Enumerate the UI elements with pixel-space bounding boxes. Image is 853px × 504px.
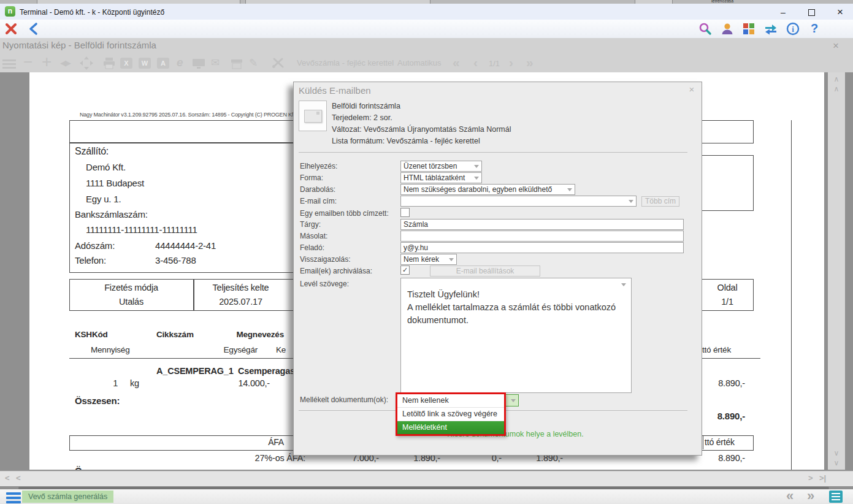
dialog-close-button[interactable]: × (686, 84, 697, 95)
last-page-button[interactable]: » (526, 55, 534, 70)
scroll-left-icon[interactable]: < (5, 473, 10, 483)
felado-input[interactable]: y@y.hu (400, 242, 684, 253)
statusbar-prev-icon[interactable]: « (786, 488, 794, 504)
chevron-down-icon (567, 188, 572, 191)
tobb-cim-button[interactable]: Több cím (641, 196, 679, 207)
item-unit-price: 14.000,- (215, 378, 270, 388)
maximize-button[interactable] (802, 7, 820, 18)
darabolas-select[interactable]: Nem szükséges darabolni, egyben elküldhe… (400, 184, 575, 195)
main-toolbar: i ? (0, 20, 853, 39)
item-name-clipped: Csemperagasz (238, 366, 299, 376)
fulfillment-label: Teljesítés kelte (193, 283, 288, 292)
close-window-button[interactable]: × (831, 7, 849, 18)
preview-window-header: Nyomtatási kép - Belföldi forintszámla × (0, 38, 853, 54)
attachment-combo-button[interactable] (505, 394, 519, 407)
minimize-button[interactable]: – (774, 7, 792, 18)
scroll-up-icon[interactable]: ∧ (832, 75, 841, 83)
prev-page-button[interactable]: ‹ (473, 55, 478, 70)
email-beallitasok-button[interactable]: E-mail beállítások (430, 265, 540, 277)
scroll-right-page-icon[interactable]: > (808, 473, 813, 483)
scroll-down-page-icon[interactable]: ∨ (832, 449, 841, 457)
settings-tools-icon[interactable] (271, 57, 286, 72)
darabolas-value: Nem szükséges darabolni, egyben elküldhe… (404, 185, 552, 194)
export-pdf-icon[interactable]: A (157, 58, 169, 69)
apps-grid-button[interactable] (741, 21, 757, 36)
help-button[interactable]: ? (806, 21, 822, 36)
fit-width-icon[interactable]: ◀▶ (60, 58, 70, 67)
tobb-cimzett-checkbox[interactable] (400, 208, 410, 217)
fit-page-icon[interactable] (80, 56, 93, 72)
first-page-button[interactable]: « (453, 55, 460, 70)
chevron-down-icon (449, 258, 454, 261)
browser-icon[interactable]: e (177, 56, 183, 69)
targy-input[interactable]: Számla (400, 219, 684, 230)
archive-icon[interactable] (229, 58, 244, 72)
list-format-selector[interactable]: Vevőszámla - fejléc kerettel (297, 58, 394, 67)
edit-icon[interactable]: ✎ (249, 56, 258, 69)
send-email-icon[interactable]: ✉ (211, 56, 220, 69)
dropdown-option[interactable]: Nem kellenek (397, 394, 504, 408)
zoom-mode-selector[interactable]: Automatikus (397, 58, 442, 67)
statusbar-next-icon[interactable]: » (807, 488, 814, 504)
screen-icon[interactable] (191, 58, 206, 72)
dropdown-option-selected[interactable]: Mellékletként (397, 421, 504, 434)
attachment-dropdown-list: Nem kellenek Letöltő link a szöveg végér… (396, 392, 506, 436)
cancel-button[interactable] (4, 21, 20, 36)
statusbar-menu-icon[interactable] (6, 491, 21, 504)
print-icon[interactable] (102, 57, 117, 72)
dialog-variant: Változat: Vevőszámla Újranyomtatás Száml… (332, 125, 511, 134)
elhelyezes-select[interactable]: Üzenet törzsben (400, 161, 482, 172)
visszaigazolas-value: Nem kérek (404, 255, 439, 264)
fulfillment-date: 2025.07.17 (193, 297, 288, 307)
vertical-scrollbar[interactable]: ∧ ∧ ∨ ∨ (828, 72, 845, 470)
darabolas-label: Darabolás: (300, 185, 335, 194)
email-cim-input[interactable] (400, 196, 637, 207)
app-logo-icon: n (5, 6, 15, 17)
info-button[interactable]: i (786, 21, 801, 36)
page-value: 1/1 (702, 297, 752, 307)
svg-text:i: i (792, 25, 794, 34)
scroll-right-end-icon[interactable]: >| (819, 473, 826, 483)
red-x-icon (4, 21, 18, 36)
document-list-icon[interactable] (829, 491, 843, 503)
bank-number: 11111111-11111111-11111111 (86, 224, 197, 235)
scroll-left-page-icon[interactable]: < (16, 473, 21, 483)
supplier-street: Egy u. 1. (86, 194, 121, 204)
zoom-in-icon[interactable]: + (42, 52, 52, 72)
payment-method-label: Fizetés módja (69, 283, 193, 292)
back-button[interactable] (27, 21, 43, 36)
archivalas-checkbox[interactable]: ✓ (400, 265, 410, 275)
search-button[interactable] (698, 21, 714, 36)
dropdown-option[interactable]: Letöltő link a szöveg végére (397, 408, 504, 421)
scroll-down-icon[interactable]: ∨ (832, 459, 841, 467)
background-text-fragment: létrehozása (711, 0, 733, 3)
page-indicator: 1/1 (489, 59, 500, 68)
separator (299, 152, 687, 153)
item-unit: kg (130, 378, 139, 388)
zoom-out-icon[interactable]: − (23, 53, 33, 72)
next-page-button[interactable]: › (509, 55, 513, 70)
user-button[interactable] (720, 21, 736, 36)
statusbar: Vevő számla generálás « » (0, 489, 853, 504)
generate-invoice-button[interactable]: Vevő számla generálás (22, 491, 113, 503)
transfer-button[interactable] (763, 21, 779, 36)
scroll-up-page-icon[interactable]: ∧ (832, 85, 841, 93)
masolat-input[interactable] (400, 231, 684, 242)
elhelyezes-value: Üzenet törzsben (404, 162, 457, 170)
mellekelt-label: Mellékelt dokumentum(ok): (300, 395, 388, 404)
dialog-doc-name: Belföldi forintszámla (332, 102, 400, 110)
menu-icon[interactable] (2, 58, 16, 71)
vat-box-label-clipped: ÁFA (229, 437, 284, 447)
export-excel-icon[interactable]: X (120, 58, 132, 69)
export-word-icon[interactable]: W (139, 58, 151, 69)
targy-label: Tárgy: (300, 220, 321, 229)
dialog-extent: Terjedelem: 2 sor. (332, 113, 392, 122)
level-szovege-textarea[interactable]: Tisztelt Ügyfelünk! A melléklet tartalma… (400, 278, 632, 393)
preview-close-button[interactable]: × (829, 39, 843, 53)
visszaigazolas-select[interactable]: Nem kérek (400, 254, 457, 265)
supplier-name: Demó Kft. (86, 162, 126, 172)
col-mennyiseg: Mennyiség (91, 345, 130, 354)
horizontal-scrollbar[interactable]: < < > >| (0, 471, 853, 486)
forma-select[interactable]: HTML táblázatként (400, 172, 482, 183)
preview-title: Nyomtatási kép - Belföldi forintszámla (2, 40, 156, 50)
